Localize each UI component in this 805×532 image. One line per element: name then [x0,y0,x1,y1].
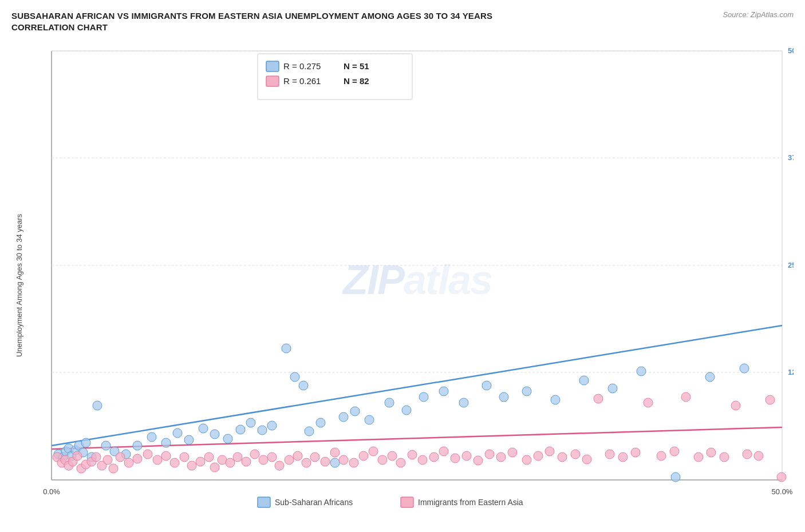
svg-point-70 [522,387,531,396]
svg-point-95 [153,455,162,464]
svg-point-97 [170,458,179,467]
svg-text:R = 0.275: R = 0.275 [283,61,321,71]
svg-point-105 [233,452,242,462]
svg-point-151 [731,401,740,410]
svg-point-120 [369,447,378,456]
svg-point-114 [310,452,319,462]
svg-point-131 [485,450,494,459]
svg-rect-4 [266,76,279,86]
svg-point-100 [196,457,205,466]
svg-point-62 [365,415,374,424]
svg-point-125 [418,455,427,464]
svg-point-50 [236,425,245,434]
svg-text:37.5%: 37.5% [788,153,794,162]
svg-point-89 [103,455,112,464]
scatter-plot: R = 0.275 N = 51 R = 0.261 N = 82 Unempl… [11,39,794,520]
svg-point-117 [339,455,348,464]
svg-point-55 [290,372,299,382]
svg-line-26 [52,325,782,446]
svg-point-71 [551,395,560,404]
svg-point-129 [462,451,471,460]
source-label: Source: ZipAtlas.com [723,10,794,19]
svg-point-101 [204,452,214,462]
svg-point-68 [482,381,491,390]
svg-point-152 [743,450,752,459]
svg-point-73 [608,384,617,393]
svg-point-93 [133,454,142,463]
svg-point-119 [359,451,368,460]
svg-point-137 [558,452,567,462]
svg-point-94 [143,450,152,459]
svg-point-91 [116,452,125,462]
svg-point-122 [388,451,397,460]
svg-point-153 [754,451,763,460]
svg-point-60 [339,412,348,422]
svg-point-149 [707,448,716,457]
svg-point-64 [402,406,411,415]
svg-point-45 [173,428,182,438]
svg-rect-0 [258,54,412,100]
svg-point-147 [681,392,690,402]
svg-point-42 [133,441,142,450]
chart-area: ZIPatlas R = 0.275 N = 51 R = 0.261 N = … [11,39,794,520]
svg-point-133 [508,448,517,457]
svg-point-140 [594,394,603,403]
svg-point-63 [385,398,394,407]
svg-point-76 [705,372,715,382]
main-container: SUBSAHARAN AFRICAN VS IMMIGRANTS FROM EA… [0,0,805,532]
svg-point-74 [637,367,646,376]
svg-point-142 [618,452,628,462]
svg-point-75 [671,473,680,482]
svg-point-53 [267,421,277,430]
svg-point-46 [184,435,194,444]
svg-point-124 [408,450,417,459]
svg-point-111 [285,455,294,464]
svg-point-39 [101,441,111,450]
svg-point-65 [419,392,428,402]
page-title: SUBSAHARAN AFRICAN VS IMMIGRANTS FROM EA… [11,10,527,34]
svg-text:N = 82: N = 82 [344,76,369,86]
svg-text:50.0%: 50.0% [788,46,794,55]
svg-text:12.5%: 12.5% [788,368,794,376]
svg-point-69 [499,392,508,402]
svg-point-36 [81,438,90,447]
svg-point-58 [316,418,325,427]
svg-point-123 [396,458,405,467]
svg-line-27 [52,427,782,449]
svg-point-59 [330,458,340,467]
svg-point-115 [321,457,330,466]
svg-point-155 [777,473,786,482]
svg-point-61 [350,407,360,416]
svg-point-143 [631,448,640,457]
svg-point-150 [720,452,729,462]
svg-point-56 [299,381,308,390]
svg-point-144 [644,398,653,407]
svg-point-77 [740,364,749,373]
svg-point-67 [459,398,468,407]
svg-point-148 [694,452,703,462]
svg-point-139 [582,455,591,464]
svg-point-38 [93,401,102,410]
svg-point-104 [226,458,235,467]
svg-point-130 [473,456,483,465]
svg-rect-22 [258,497,270,507]
svg-text:Immigrants from Eastern Asia: Immigrants from Eastern Asia [418,498,523,507]
svg-point-132 [496,452,506,462]
svg-point-102 [210,463,219,472]
svg-rect-1 [266,61,279,72]
svg-point-52 [258,426,267,435]
svg-point-83 [73,451,82,460]
svg-point-154 [765,395,775,404]
svg-point-108 [259,455,268,464]
svg-point-99 [187,461,196,470]
svg-point-87 [92,452,101,462]
svg-point-116 [330,448,340,457]
svg-point-54 [282,344,291,353]
svg-point-96 [161,451,171,460]
svg-point-146 [670,447,679,456]
svg-text:25.0%: 25.0% [788,261,794,269]
svg-point-121 [378,455,387,464]
svg-point-109 [267,452,277,462]
svg-point-44 [161,438,171,447]
svg-point-136 [545,447,554,456]
